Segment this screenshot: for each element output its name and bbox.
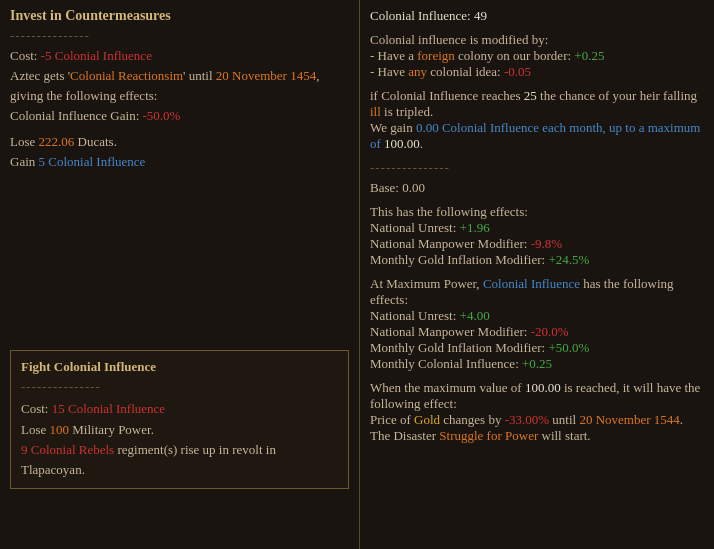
effects-block: This has the following effects: National… [370,204,704,268]
mod2-post: colonial idea: [427,64,504,79]
reaches-line: if Colonial Influence reaches 25 the cha… [370,88,704,120]
ci-value: 49 [474,8,487,23]
gain-monthly-val: 0.00 [416,120,439,135]
cost-label: Cost: [10,48,41,63]
sub-lose-value: 100 [50,422,70,437]
gold-post: changes by [440,412,505,427]
max-unrest-label: National Unrest: [370,308,460,323]
max-colonial-label: Monthly Colonial Influence: [370,356,522,371]
base-value: 0.00 [402,180,425,195]
max-inflation-line: Monthly Gold Inflation Modifier: +50.0% [370,340,704,356]
effect1-link: Colonial Reactionsim [70,68,183,83]
reaches-ill: ill [370,104,381,119]
gain-monthly-max: 100.00 [384,136,420,151]
unrest-line: National Unrest: +1.96 [370,220,704,236]
unrest-value: +1.96 [460,220,490,235]
effect1-line: Aztec gets 'Colonial Reactionsim' until … [10,66,349,105]
sub-lose-label: Lose [21,422,50,437]
max-manpower-line: National Manpower Modifier: -20.0% [370,324,704,340]
gain-value: -50.0% [143,108,181,123]
base-block: Base: 0.00 [370,180,704,196]
sub-cost-line: Cost: 15 Colonial Influence [21,399,338,419]
reaches-post: the chance of your heir falling [537,88,697,103]
gold-until: until [549,412,579,427]
max-power-line: At Maximum Power, Colonial Influence has… [370,276,704,308]
reaches-pre: if Colonial Influence reaches [370,88,524,103]
disaster-line: The Disaster Struggle for Power will sta… [370,428,704,444]
cost-value: -5 Colonial Influence [41,48,152,63]
effect1-date: 20 November 1454 [216,68,316,83]
effect1-pre: Aztec gets ' [10,68,70,83]
disaster-link: Struggle for Power [439,428,538,443]
ci-block: Colonial Influence: 49 [370,8,704,24]
manpower-line: National Manpower Modifier: -9.8% [370,236,704,252]
gain-monthly-line: We gain 0.00 Colonial Influence each mon… [370,120,704,152]
reaches-block: if Colonial Influence reaches 25 the cha… [370,88,704,152]
right-divider2: --------------- [370,160,704,176]
inflation-label: Monthly Gold Inflation Modifier: [370,252,548,267]
gain2-value: 5 Colonial Influence [39,154,146,169]
sub-cost-label: Cost: [21,401,52,416]
manpower-label: National Manpower Modifier: [370,236,531,251]
sub-divider: --------------- [21,379,338,395]
sub-rebels-value: 9 Colonial Rebels [21,442,114,457]
manpower-value: -9.8% [531,236,562,251]
right-panel: Colonial Influence: 49 Colonial influenc… [360,0,714,549]
mod2-line: - Have any colonial idea: -0.05 [370,64,704,80]
gain-monthly-pre: We gain [370,120,416,135]
inflation-value: +24.5% [548,252,589,267]
gain-label: Colonial Influence Gain: [10,108,143,123]
gold-line: Price of Gold changes by -33.00% until 2… [370,412,704,428]
mod1-pre: - Have a [370,48,417,63]
mod2-value: -0.05 [504,64,531,79]
gain2-line: Gain 5 Colonial Influence [10,152,349,172]
base-label: Base: [370,180,402,195]
sub-cost-value: 15 Colonial Influence [52,401,165,416]
inflation-line: Monthly Gold Inflation Modifier: +24.5% [370,252,704,268]
sub-title: Fight Colonial Influence [21,359,338,375]
disaster-post: will start. [538,428,590,443]
max-val-pre: When the maximum value of [370,380,525,395]
mod2-link: any [408,64,427,79]
mod1-line: - Have a foreign colony on our border: +… [370,48,704,64]
sub-panel: Fight Colonial Influence ---------------… [10,350,349,489]
max-power-pre: At Maximum Power, [370,276,483,291]
max-unrest-line: National Unrest: +4.00 [370,308,704,324]
max-val-block: When the maximum value of 100.00 is reac… [370,380,704,444]
effect1-post: ' until [183,68,216,83]
effects-header: This has the following effects: [370,204,704,220]
mod1-link: foreign [417,48,455,63]
modified-block: Colonial influence is modified by: - Hav… [370,32,704,80]
gain-line: Colonial Influence Gain: -50.0% [10,106,349,126]
gold-value: -33.00% [505,412,549,427]
mod2-pre: - Have [370,64,408,79]
gain2-pre: Gain [10,154,39,169]
max-val-line: When the maximum value of 100.00 is reac… [370,380,704,412]
ci-label: Colonial Influence: [370,8,474,23]
max-colonial-value: +0.25 [522,356,552,371]
sub-lose-line: Lose 100 Military Power. [21,420,338,440]
max-manpower-value: -20.0% [531,324,569,339]
max-inflation-label: Monthly Gold Inflation Modifier: [370,340,548,355]
lose-unit: Ducats. [74,134,117,149]
left-divider1: --------------- [10,28,349,44]
left-panel: Invest in Countermeasures --------------… [0,0,360,549]
gold-pre: Price of [370,412,414,427]
reaches-end: is tripled. [381,104,433,119]
max-power-block: At Maximum Power, Colonial Influence has… [370,276,704,372]
sub-rebels-line: 9 Colonial Rebels regiment(s) rise up in… [21,440,338,479]
cost-line: Cost: -5 Colonial Influence [10,48,349,64]
sub-lose-unit: Military Power. [69,422,154,437]
max-val: 100.00 [525,380,561,395]
mod1-post: colony on our border: [455,48,575,63]
modified-by: Colonial influence is modified by: [370,32,704,48]
max-manpower-label: National Manpower Modifier: [370,324,531,339]
reaches-val: 25 [524,88,537,103]
max-inflation-value: +50.0% [548,340,589,355]
gold-date: 20 November 1544 [579,412,679,427]
lose-value: 222.06 [39,134,75,149]
lose-ducats-line: Lose 222.06 Ducats. [10,132,349,152]
max-unrest-value: +4.00 [460,308,490,323]
max-power-link: Colonial Influence [483,276,580,291]
mod1-value: +0.25 [574,48,604,63]
